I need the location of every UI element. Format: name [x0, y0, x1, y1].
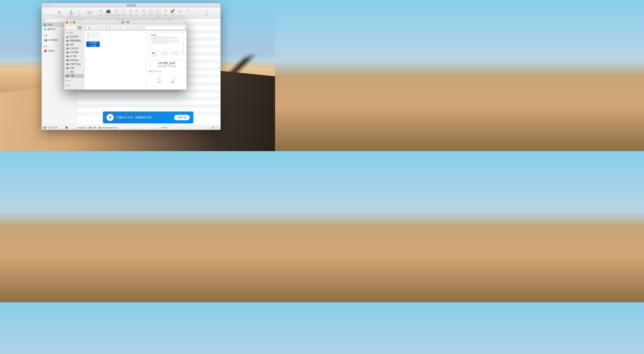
home-icon[interactable]: ⌂ — [76, 127, 77, 129]
minimize-icon[interactable] — [69, 21, 72, 23]
sidebar-item-addr[interactable]: 地址 — [64, 70, 84, 74]
breadcrumb-item[interactable]: macdown — [78, 127, 87, 129]
preview-meta: PDF 文稿 – 375 KB — [158, 65, 175, 68]
upload-button[interactable]: ⇪上传 — [75, 10, 82, 17]
font-button[interactable]: FA⌄ — [186, 8, 194, 13]
banner-download-button[interactable]: 免费下载 — [174, 115, 190, 120]
folder-icon — [66, 51, 69, 54]
toolbar: ‹ › 上一步 下一步 ◉文档阅读 ⚓凯钿云 ⇪上传 ☁ ⇧ 分享 — [42, 7, 220, 19]
applications-icon — [66, 36, 69, 38]
vpn-logo-icon: V — [106, 114, 114, 121]
add-tags-input[interactable]: 添加标签... — [154, 70, 164, 73]
nav-buttons: ‹ › — [44, 10, 54, 14]
window-title: 文档管理 — [126, 4, 136, 7]
sidebar-item-tutu[interactable]: 图图图图图 — [64, 39, 84, 43]
vpn-banner[interactable]: V 下载VIP VPN · 世界触手可及 免费下载 — [103, 112, 194, 123]
import-folder-button[interactable]: 导入文件夹 — [47, 126, 58, 129]
share-button[interactable]: ☁ ⇧ 分享 — [86, 10, 94, 17]
column-view-button[interactable]: ▥ — [87, 26, 92, 29]
folder-icon — [43, 127, 46, 129]
preview-pane: 用户评价 4.8★★★★★ ★★★★★ ★★★★★ 3月23图_8.pdf PD… — [147, 31, 186, 90]
pdf-icon: PDF — [156, 8, 161, 13]
insert-button[interactable]: ⎘插入 — [134, 8, 140, 16]
back-button[interactable]: ‹ — [66, 26, 71, 29]
folder-icon — [66, 47, 69, 50]
sidebar-item-docs[interactable]: 文稿 — [64, 66, 84, 70]
list-view-button[interactable]: ☰ — [82, 26, 87, 29]
convert-button[interactable]: ⇄转档 — [98, 8, 104, 16]
window-title: 下载 — [125, 21, 130, 24]
doc-read-button[interactable]: ◉文档阅读 — [55, 10, 63, 17]
chevron-down-icon: ⌄ — [182, 10, 184, 13]
tasks-button[interactable]: ☰任务管理 — [112, 8, 120, 16]
preview-actions: ⊙标记 ⋯更多... — [157, 76, 176, 84]
icon-view-button[interactable]: ▦ — [78, 26, 82, 29]
sidebar-item-apps[interactable]: 应用程序 — [64, 35, 84, 39]
share-icon: ☁ ⇧ — [87, 10, 92, 14]
sidebar-item-pack[interactable]: 打包文件 — [64, 46, 84, 50]
minimize-icon[interactable] — [47, 4, 49, 6]
file-name-label: 3月23图_8.pdf — [86, 41, 100, 47]
search-input[interactable]: 搜索 — [203, 10, 210, 13]
download-icon: ↓ — [121, 21, 124, 24]
gallery-view-button[interactable]: ▭ — [92, 26, 97, 29]
shield-icon: 🛡 — [121, 8, 126, 13]
sidebar-item-clip[interactable]: 剪辑成品 — [64, 58, 84, 62]
refresh-button[interactable]: ⟳刷新 — [162, 8, 169, 16]
close-icon[interactable] — [43, 4, 46, 6]
sort-dropdown[interactable]: 日期⌄ — [176, 10, 186, 14]
share-button[interactable]: ⇧ — [115, 25, 120, 30]
merge-icon: ⿻ — [142, 8, 147, 13]
traffic-lights — [43, 4, 52, 6]
convert-icon: ⇄ — [98, 8, 104, 13]
folder-icon — [66, 67, 69, 69]
cloud-button[interactable]: ⚓凯钿云 — [67, 10, 75, 17]
breadcrumb-item[interactable]: 文稿 — [92, 126, 96, 129]
folder-icon — [44, 39, 47, 41]
sidebar-item-rec[interactable]: 录屏半成品 — [64, 62, 84, 66]
tags-button[interactable]: ○ — [121, 25, 126, 30]
titlebar[interactable]: 文档管理 — [42, 3, 220, 7]
list-view-button[interactable]: ☰ — [215, 126, 219, 129]
more-icon: ⋯ — [171, 76, 176, 80]
zoom-icon[interactable] — [73, 21, 75, 23]
back-button[interactable]: ‹ — [44, 10, 49, 14]
forward-button[interactable]: › — [49, 10, 54, 14]
action-dropdown[interactable]: ⚙ ⌄ — [107, 25, 114, 30]
finder-window: ↓ 下载 ‹ › ▦ ☰ ▥ ▭ ☷ ⌄ ⚙ ⌄ ⇧ ○ 🔍 搜索 个人收藏 应… — [64, 20, 187, 90]
fax-button[interactable]: 📠传真文件 — [104, 8, 112, 16]
breadcrumb-item[interactable]: PDF Reader files — [102, 127, 118, 129]
insert-icon: ⎘ — [135, 8, 140, 13]
zoom-icon[interactable] — [50, 4, 52, 6]
sidebar-item-downloads[interactable]: 下载 — [65, 74, 84, 78]
sidebar-item-alt[interactable]: alt下图 — [64, 54, 84, 58]
close-icon[interactable] — [66, 21, 68, 23]
sidebar-item-desktop[interactable]: 桌面 — [64, 43, 84, 46]
back-label: 上一步 — [43, 14, 49, 17]
more-action-button[interactable]: ⋯更多... — [171, 76, 176, 84]
grid-view-button[interactable]: ▦ — [211, 126, 215, 129]
upgrade-button[interactable]: 🚀升级 — [169, 8, 176, 16]
tag-icon — [44, 50, 47, 52]
tag-action-button[interactable]: ⊙标记 — [157, 76, 162, 84]
sidebar-item-daily[interactable]: 日常用图 — [64, 50, 84, 54]
security-button[interactable]: 🛡安全 — [121, 8, 127, 16]
view-switcher: ▦ ☰ ▥ ▭ — [77, 25, 97, 30]
tag-icon[interactable] — [66, 127, 68, 129]
forward-button[interactable]: › — [71, 26, 76, 29]
file-item[interactable]: 3月23图_8.pdf — [86, 32, 100, 47]
finder-toolbar: ‹ › ▦ ☰ ▥ ▭ ☷ ⌄ ⚙ ⌄ ⇧ ○ 🔍 搜索 — [64, 24, 186, 31]
split-button[interactable]: ⿺拆分 — [148, 8, 154, 16]
file-grid[interactable]: 3月23图_8.pdf — [84, 31, 147, 90]
merge-button[interactable]: ⿻合并 — [141, 8, 147, 16]
compress-button[interactable]: ⇊压缩 — [128, 8, 134, 16]
search-input[interactable]: 🔍 搜索 — [137, 25, 185, 30]
fax-icon: 📠 — [106, 8, 111, 13]
preview-tags-row: 标签 添加标签... — [149, 70, 184, 74]
folder-icon — [66, 43, 69, 46]
chevron-down-icon: ⌄ — [191, 10, 192, 11]
sidebar-header-icloud: iCloud — [64, 79, 84, 82]
arrange-dropdown[interactable]: ☷ ⌄ — [98, 25, 105, 30]
img2pdf-button[interactable]: PDF图片转PDF — [154, 8, 162, 18]
titlebar[interactable]: ↓ 下载 — [64, 20, 186, 24]
